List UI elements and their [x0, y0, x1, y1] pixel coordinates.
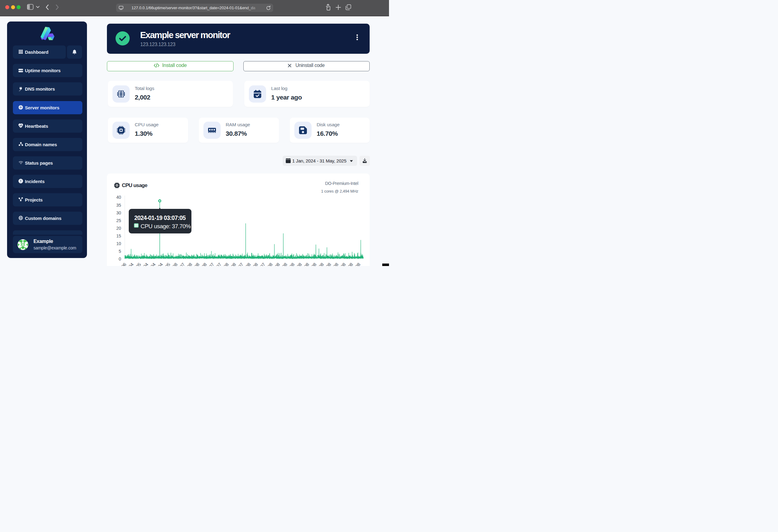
svg-text:15: 15 — [116, 234, 121, 238]
svg-text:0: 0 — [119, 257, 121, 261]
svg-text:25: 25 — [116, 218, 121, 223]
svg-text:20: 20 — [116, 226, 121, 231]
svg-text:5: 5 — [119, 249, 121, 254]
svg-text:2024-06-06: 2024-06-06 — [109, 262, 127, 266]
svg-text:30: 30 — [116, 210, 121, 215]
svg-text:35: 35 — [116, 203, 121, 208]
svg-text:10: 10 — [116, 241, 121, 246]
svg-text:40: 40 — [116, 195, 121, 200]
